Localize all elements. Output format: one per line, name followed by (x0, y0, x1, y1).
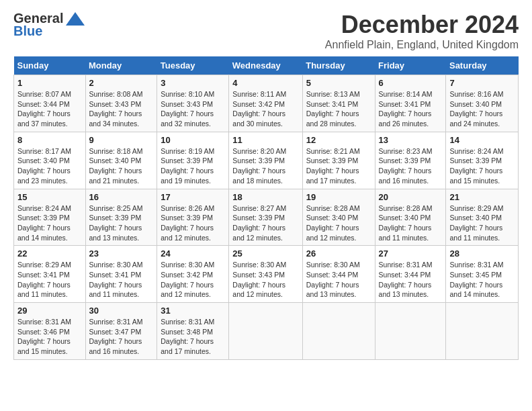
header-saturday: Saturday (446, 56, 519, 75)
day-number: 31 (161, 306, 225, 316)
calendar-cell: 29Sunrise: 8:31 AMSunset: 3:46 PMDayligh… (14, 303, 86, 360)
calendar-cell: 15Sunrise: 8:24 AMSunset: 3:39 PMDayligh… (14, 189, 86, 246)
calendar-cell: 21Sunrise: 8:29 AMSunset: 3:40 PMDayligh… (446, 189, 519, 246)
calendar-cell: 20Sunrise: 8:28 AMSunset: 3:40 PMDayligh… (375, 189, 446, 246)
calendar-week-row: 8Sunrise: 8:17 AMSunset: 3:40 PMDaylight… (14, 132, 519, 189)
calendar-week-row: 29Sunrise: 8:31 AMSunset: 3:46 PMDayligh… (14, 303, 519, 360)
calendar-cell: 5Sunrise: 8:13 AMSunset: 3:41 PMDaylight… (302, 75, 375, 132)
day-number: 29 (17, 306, 82, 316)
logo-blue-text: Blue (13, 24, 42, 39)
day-number: 15 (17, 192, 82, 202)
day-info: Sunrise: 8:14 AMSunset: 3:41 PMDaylight:… (379, 89, 443, 129)
title-area: December 2024 Annfield Plain, England, U… (325, 11, 519, 51)
day-info: Sunrise: 8:31 AMSunset: 3:46 PMDaylight:… (17, 317, 82, 357)
header-wednesday: Wednesday (229, 56, 302, 75)
day-info: Sunrise: 8:17 AMSunset: 3:40 PMDaylight:… (17, 146, 82, 186)
calendar-week-row: 15Sunrise: 8:24 AMSunset: 3:39 PMDayligh… (14, 189, 519, 246)
svg-marker-0 (66, 12, 85, 26)
day-number: 21 (449, 192, 515, 202)
day-number: 23 (89, 248, 154, 259)
calendar-cell: 23Sunrise: 8:30 AMSunset: 3:41 PMDayligh… (85, 246, 157, 303)
day-number: 14 (449, 135, 515, 145)
page-header: General Blue December 2024 Annfield Plai… (13, 11, 519, 51)
day-number: 6 (379, 78, 443, 88)
day-info: Sunrise: 8:24 AMSunset: 3:39 PMDaylight:… (449, 146, 515, 186)
day-info: Sunrise: 8:23 AMSunset: 3:39 PMDaylight:… (379, 146, 443, 186)
calendar-cell (446, 303, 519, 360)
day-info: Sunrise: 8:10 AMSunset: 3:43 PMDaylight:… (161, 89, 225, 129)
calendar-cell: 8Sunrise: 8:17 AMSunset: 3:40 PMDaylight… (14, 132, 86, 189)
day-number: 18 (232, 192, 298, 202)
day-number: 17 (161, 192, 225, 202)
calendar-cell: 12Sunrise: 8:21 AMSunset: 3:39 PMDayligh… (302, 132, 375, 189)
header-sunday: Sunday (14, 56, 86, 75)
day-info: Sunrise: 8:11 AMSunset: 3:42 PMDaylight:… (232, 89, 298, 129)
day-info: Sunrise: 8:31 AMSunset: 3:48 PMDaylight:… (161, 317, 225, 357)
day-info: Sunrise: 8:31 AMSunset: 3:47 PMDaylight:… (89, 317, 154, 357)
day-info: Sunrise: 8:13 AMSunset: 3:41 PMDaylight:… (306, 89, 371, 129)
calendar-week-row: 22Sunrise: 8:29 AMSunset: 3:41 PMDayligh… (14, 246, 519, 303)
calendar-cell: 2Sunrise: 8:08 AMSunset: 3:43 PMDaylight… (85, 75, 157, 132)
day-info: Sunrise: 8:25 AMSunset: 3:39 PMDaylight:… (89, 203, 154, 243)
day-info: Sunrise: 8:30 AMSunset: 3:44 PMDaylight:… (306, 260, 371, 300)
calendar-cell: 25Sunrise: 8:30 AMSunset: 3:43 PMDayligh… (229, 246, 302, 303)
day-number: 22 (17, 248, 82, 259)
calendar-cell: 6Sunrise: 8:14 AMSunset: 3:41 PMDaylight… (375, 75, 446, 132)
calendar-cell: 9Sunrise: 8:18 AMSunset: 3:40 PMDaylight… (85, 132, 157, 189)
day-info: Sunrise: 8:29 AMSunset: 3:41 PMDaylight:… (17, 260, 82, 300)
day-number: 11 (232, 135, 298, 145)
header-thursday: Thursday (302, 56, 375, 75)
day-number: 19 (306, 192, 371, 202)
calendar-cell (302, 303, 375, 360)
day-number: 8 (17, 135, 82, 145)
calendar-title: December 2024 (325, 11, 519, 39)
calendar-cell: 3Sunrise: 8:10 AMSunset: 3:43 PMDaylight… (157, 75, 229, 132)
calendar-week-row: 1Sunrise: 8:07 AMSunset: 3:44 PMDaylight… (14, 75, 519, 132)
day-number: 12 (306, 135, 371, 145)
day-number: 5 (306, 78, 371, 88)
day-number: 28 (449, 248, 515, 259)
day-number: 13 (379, 135, 443, 145)
day-info: Sunrise: 8:20 AMSunset: 3:39 PMDaylight:… (232, 146, 298, 186)
calendar-cell: 24Sunrise: 8:30 AMSunset: 3:42 PMDayligh… (157, 246, 229, 303)
day-number: 26 (306, 248, 371, 259)
calendar-cell: 30Sunrise: 8:31 AMSunset: 3:47 PMDayligh… (85, 303, 157, 360)
day-number: 10 (161, 135, 225, 145)
header-monday: Monday (85, 56, 157, 75)
calendar-cell: 26Sunrise: 8:30 AMSunset: 3:44 PMDayligh… (302, 246, 375, 303)
day-number: 20 (379, 192, 443, 202)
day-info: Sunrise: 8:07 AMSunset: 3:44 PMDaylight:… (17, 89, 82, 129)
day-info: Sunrise: 8:30 AMSunset: 3:41 PMDaylight:… (89, 260, 154, 300)
day-number: 7 (449, 78, 515, 88)
calendar-cell: 27Sunrise: 8:31 AMSunset: 3:44 PMDayligh… (375, 246, 446, 303)
logo: General Blue (13, 11, 85, 39)
calendar-cell (229, 303, 302, 360)
day-number: 25 (232, 248, 298, 259)
calendar-cell: 10Sunrise: 8:19 AMSunset: 3:39 PMDayligh… (157, 132, 229, 189)
day-info: Sunrise: 8:29 AMSunset: 3:40 PMDaylight:… (449, 203, 515, 243)
day-info: Sunrise: 8:21 AMSunset: 3:39 PMDaylight:… (306, 146, 371, 186)
day-info: Sunrise: 8:08 AMSunset: 3:43 PMDaylight:… (89, 89, 154, 129)
calendar-cell: 19Sunrise: 8:28 AMSunset: 3:40 PMDayligh… (302, 189, 375, 246)
day-number: 30 (89, 306, 154, 316)
calendar-cell: 1Sunrise: 8:07 AMSunset: 3:44 PMDaylight… (14, 75, 86, 132)
calendar-cell: 13Sunrise: 8:23 AMSunset: 3:39 PMDayligh… (375, 132, 446, 189)
day-info: Sunrise: 8:31 AMSunset: 3:45 PMDaylight:… (449, 260, 515, 300)
day-number: 27 (379, 248, 443, 259)
calendar-subtitle: Annfield Plain, England, United Kingdom (325, 39, 519, 51)
day-info: Sunrise: 8:31 AMSunset: 3:44 PMDaylight:… (379, 260, 443, 300)
calendar-cell: 18Sunrise: 8:27 AMSunset: 3:39 PMDayligh… (229, 189, 302, 246)
calendar-cell: 28Sunrise: 8:31 AMSunset: 3:45 PMDayligh… (446, 246, 519, 303)
day-info: Sunrise: 8:30 AMSunset: 3:42 PMDaylight:… (161, 260, 225, 300)
day-number: 2 (89, 78, 154, 88)
calendar-cell: 17Sunrise: 8:26 AMSunset: 3:39 PMDayligh… (157, 189, 229, 246)
day-number: 4 (232, 78, 298, 88)
day-info: Sunrise: 8:18 AMSunset: 3:40 PMDaylight:… (89, 146, 154, 186)
day-number: 3 (161, 78, 225, 88)
calendar-table: SundayMondayTuesdayWednesdayThursdayFrid… (13, 56, 519, 360)
calendar-cell: 11Sunrise: 8:20 AMSunset: 3:39 PMDayligh… (229, 132, 302, 189)
header-friday: Friday (375, 56, 446, 75)
day-number: 1 (17, 78, 82, 88)
day-number: 9 (89, 135, 154, 145)
day-info: Sunrise: 8:26 AMSunset: 3:39 PMDaylight:… (161, 203, 225, 243)
